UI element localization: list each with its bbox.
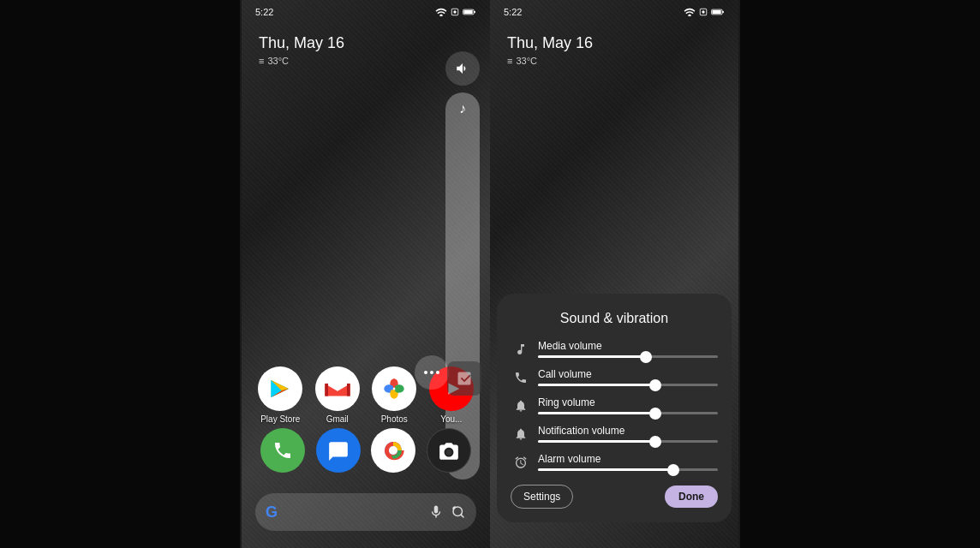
more-apps-area	[415, 355, 449, 390]
notification-volume-content: Notification volume	[538, 425, 718, 443]
svg-point-10	[436, 371, 439, 374]
app-row2	[242, 428, 490, 473]
weather-icon: ≡	[259, 56, 264, 66]
phone2-status-bar: 5:22	[490, 0, 738, 24]
youtube-label: You...	[440, 414, 462, 424]
ring-slider-fill	[538, 412, 655, 414]
alarm-volume-slider[interactable]	[538, 468, 718, 471]
notification-volume-slider[interactable]	[538, 440, 718, 443]
phone1-date: Thu, May 16	[259, 34, 344, 53]
wifi-icon2	[684, 8, 696, 16]
phone1-status-bar: 5:22	[242, 0, 490, 24]
hidden-app[interactable]	[447, 361, 481, 396]
call-slider-thumb[interactable]	[649, 379, 661, 391]
scene: 5:22	[0, 0, 980, 548]
alarm-volume-row: Alarm volume	[511, 453, 718, 471]
call-volume-icon	[511, 371, 531, 384]
camera-lens-icon	[438, 441, 460, 460]
playstore-icon-bg	[258, 366, 302, 411]
phone-handset-icon	[272, 440, 293, 461]
settings-button[interactable]: Settings	[511, 485, 573, 509]
messages-bubble-icon	[327, 440, 350, 461]
ring-volume-slider[interactable]	[538, 412, 718, 414]
svg-point-9	[430, 371, 433, 374]
notification-volume-icon	[511, 427, 531, 441]
search-bar[interactable]: G	[255, 493, 476, 531]
battery-icon	[463, 8, 476, 16]
svg-point-8	[424, 371, 427, 374]
media-slider-thumb[interactable]	[640, 351, 652, 363]
phone2-date-widget: Thu, May 16 ≡ 33°C	[507, 34, 593, 66]
phone1-status-icons	[435, 8, 476, 16]
phone2-time: 5:22	[504, 7, 522, 17]
screenshot-icon2	[699, 8, 708, 16]
battery-icon2	[711, 8, 725, 16]
photos-pinwheel-icon	[382, 377, 406, 401]
hidden-app-icon	[456, 370, 473, 387]
media-slider-fill	[538, 355, 646, 358]
notification-volume-label: Notification volume	[538, 425, 718, 437]
app-messages[interactable]	[314, 428, 363, 473]
gmail-icon-bg	[315, 366, 360, 411]
wifi-icon	[435, 8, 447, 16]
lens-icon[interactable]	[451, 504, 466, 520]
right-side-panel	[740, 0, 980, 548]
svg-rect-18	[712, 10, 720, 14]
mic-icon[interactable]	[428, 504, 444, 520]
app-photos[interactable]: Photos	[369, 366, 420, 424]
volume-button[interactable]	[445, 51, 480, 86]
notification-volume-row: Notification volume	[511, 425, 718, 443]
ring-volume-row: Ring volume	[511, 396, 718, 414]
svg-point-16	[702, 10, 704, 13]
ring-volume-content: Ring volume	[538, 396, 718, 414]
app-phone[interactable]	[259, 428, 308, 473]
phone2-date: Thu, May 16	[507, 34, 593, 53]
phone1-date-widget: Thu, May 16 ≡ 33°C	[259, 34, 344, 66]
app-gmail[interactable]: Gmail	[313, 366, 363, 424]
svg-rect-6	[347, 384, 350, 396]
weather-icon2: ≡	[507, 56, 512, 66]
alarm-volume-label: Alarm volume	[538, 453, 718, 465]
camera-icon-bg	[427, 428, 471, 473]
notification-slider-fill	[538, 440, 655, 443]
call-slider-fill	[538, 384, 655, 386]
alarm-slider-thumb[interactable]	[667, 464, 679, 476]
app-playstore[interactable]: Play Store	[255, 366, 306, 424]
messages-icon-bg	[316, 428, 361, 473]
app-chrome[interactable]	[369, 428, 418, 473]
chrome-icon-bg	[371, 428, 415, 473]
phone2-status-icons	[684, 8, 725, 16]
phone1-time: 5:22	[255, 7, 273, 17]
call-volume-label: Call volume	[538, 368, 718, 380]
svg-point-12	[389, 446, 397, 455]
call-volume-slider[interactable]	[538, 384, 718, 386]
notification-slider-thumb[interactable]	[649, 436, 661, 448]
call-volume-row: Call volume	[511, 368, 718, 386]
music-note-icon: ♪	[459, 101, 466, 116]
volume-icon	[455, 61, 470, 76]
call-volume-content: Call volume	[538, 368, 718, 386]
app-camera[interactable]	[425, 428, 474, 473]
ring-volume-icon	[511, 399, 531, 413]
done-button[interactable]: Done	[665, 485, 718, 508]
media-volume-slider[interactable]	[538, 355, 718, 358]
media-volume-content: Media volume	[538, 340, 718, 358]
media-volume-label: Media volume	[538, 340, 718, 352]
gmail-label: Gmail	[326, 414, 349, 424]
alarm-slider-fill	[538, 468, 673, 471]
phone2-weather: ≡ 33°C	[507, 56, 593, 66]
chrome-circle-icon	[379, 437, 407, 464]
phone1-weather: ≡ 33°C	[259, 56, 344, 66]
phones-wrapper: 5:22	[242, 0, 738, 548]
screenshot-icon	[451, 8, 459, 16]
sound-panel-title: Sound & vibration	[511, 311, 718, 326]
svg-point-13	[446, 450, 452, 456]
ring-slider-thumb[interactable]	[649, 408, 661, 420]
photos-icon-bg	[372, 366, 416, 411]
alarm-volume-content: Alarm volume	[538, 453, 718, 471]
svg-rect-4	[474, 11, 475, 13]
svg-rect-3	[463, 10, 472, 14]
more-apps-button[interactable]	[415, 355, 449, 390]
photos-label: Photos	[381, 414, 408, 424]
playstore-label: Play Store	[260, 414, 300, 424]
